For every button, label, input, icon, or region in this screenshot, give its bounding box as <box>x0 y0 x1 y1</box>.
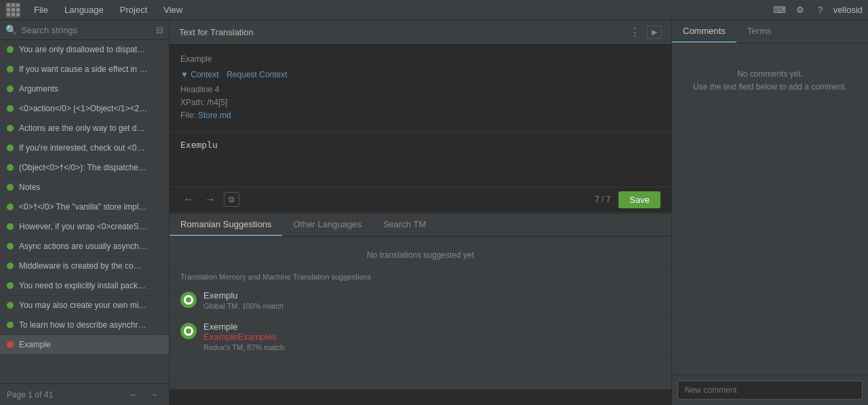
status-dot <box>7 263 14 269</box>
menu-view[interactable]: View <box>157 2 189 18</box>
list-item[interactable]: You are only disallowed to dispatch i... <box>0 40 169 60</box>
suggestion-tm-icon <box>180 292 197 308</box>
search-input[interactable] <box>21 25 152 35</box>
page-info: Page 1 of 41 <box>7 390 53 400</box>
tab-comments[interactable]: Comments <box>672 20 736 43</box>
sidebar-item-label: <0>action</0> (<1>Object</1><2>†</2><... <box>19 104 148 113</box>
center-header: Text for Translation ⋮ ▶ <box>170 20 671 45</box>
tm-header: Translation Memory and Machine Translati… <box>170 269 671 285</box>
sidebar-item-label: You may also create your own middl... <box>19 301 148 310</box>
username-label: vellosid <box>833 5 863 15</box>
prev-translation-button[interactable]: ← <box>180 192 197 207</box>
panel-title: Text for Translation <box>179 27 254 37</box>
search-icon: 🔍 <box>5 24 17 35</box>
suggestions-panel: Romanian Suggestions Other Languages Sea… <box>170 213 671 389</box>
status-dot <box>7 243 14 250</box>
settings-icon[interactable]: ⚙ <box>793 3 808 18</box>
keyboard-icon[interactable]: ⌨ <box>772 3 787 18</box>
translation-area: Example ▼ Context Request Context Headli… <box>170 45 671 405</box>
sidebar-item-label: Notes <box>19 182 40 192</box>
status-dot <box>7 223 14 230</box>
sidebar-item-label: If you want cause a side effect in r... <box>19 64 148 74</box>
list-item[interactable]: Async actions are usually asynchron... <box>0 237 169 256</box>
suggestion-item[interactable]: Exemplu Global TM, 100% match <box>170 285 671 316</box>
suggestion-item[interactable]: Exemple ExampleExamples Redux's TM, 87% … <box>170 316 671 358</box>
sidebar-item-label: Example <box>19 340 51 349</box>
list-item[interactable]: Notes <box>0 178 169 197</box>
new-comment-input[interactable] <box>677 381 863 400</box>
status-dot <box>7 125 14 132</box>
suggestion-diff: ExampleExamples <box>203 332 660 342</box>
list-item[interactable]: If you want cause a side effect in r... <box>0 60 169 79</box>
collapse-button[interactable]: ▶ <box>647 26 662 39</box>
right-panel: Comments Terms No comments yet. Use the … <box>671 20 868 405</box>
no-suggestions-text: No translations suggested yet <box>170 242 671 269</box>
request-context-link[interactable]: Request Context <box>226 70 287 79</box>
status-dot <box>7 144 14 151</box>
list-item[interactable]: You may also create your own middl... <box>0 296 169 315</box>
list-item[interactable]: <0>†</0> The "vanilla" store implem... <box>0 197 169 217</box>
save-button[interactable]: Save <box>618 191 660 208</box>
menu-language[interactable]: Language <box>58 2 111 18</box>
tab-romanian-suggestions[interactable]: Romanian Suggestions <box>170 214 282 236</box>
list-item-active[interactable]: Example <box>0 335 169 355</box>
list-item[interactable]: Arguments <box>0 79 169 99</box>
suggestion-body: Exemplu Global TM, 100% match <box>203 290 660 310</box>
status-dot <box>7 85 14 92</box>
list-item[interactable]: To learn how to describe asynchron... <box>0 315 169 335</box>
next-page-button[interactable]: → <box>145 388 162 401</box>
source-label: Example <box>180 54 660 64</box>
tab-terms[interactable]: Terms <box>736 20 782 43</box>
sidebar-item-label: If you're interested, check out <0>Fl... <box>19 143 148 153</box>
more-options-button[interactable]: ⋮ <box>627 24 643 40</box>
context-details: Headline 4 XPath: /h4[5] File: Store.md <box>180 83 660 123</box>
right-footer <box>672 374 868 405</box>
sidebar-footer: Page 1 of 41 ← → <box>0 383 169 405</box>
suggestion-meta: Global TM, 100% match <box>203 302 660 310</box>
status-dot <box>7 184 14 191</box>
sidebar-item-label: <0>†</0> The "vanilla" store implem... <box>19 202 148 212</box>
target-section[interactable]: Exemplu <box>170 133 671 187</box>
list-item[interactable]: Actions are the only way to get data ... <box>0 119 169 138</box>
source-section: Example ▼ Context Request Context Headli… <box>170 45 671 133</box>
suggestion-text: Exemplu <box>203 290 660 301</box>
list-item[interactable]: Middleware is created by the comm... <box>0 256 169 276</box>
file-link[interactable]: Store.md <box>198 111 231 120</box>
suggestions-tabs: Romanian Suggestions Other Languages Sea… <box>170 214 671 237</box>
tab-search-tm[interactable]: Search TM <box>372 214 437 236</box>
status-dot <box>7 204 14 210</box>
suggestion-redux-icon <box>180 323 197 339</box>
status-dot <box>7 282 14 289</box>
next-translation-button[interactable]: → <box>202 192 218 207</box>
context-headline: Headline 4 <box>180 83 660 96</box>
app-icon[interactable] <box>5 3 20 18</box>
list-item[interactable]: If you're interested, check out <0>Fl... <box>0 138 169 158</box>
right-tabs: Comments Terms <box>672 20 868 43</box>
list-item[interactable]: <0>action</0> (<1>Object</1><2>†</2><... <box>0 99 169 119</box>
suggestion-meta: Redux's TM, 87% match <box>203 343 660 351</box>
sidebar-item-label: However, if you wrap <0>createStor... <box>19 222 148 231</box>
translation-toolbar: ← → ⧉ 7 / 7 Save <box>170 187 671 213</box>
list-item[interactable]: However, if you wrap <0>createStor... <box>0 217 169 237</box>
list-item[interactable]: You need to explicitly install packag... <box>0 276 169 296</box>
prev-page-button[interactable]: ← <box>125 388 142 401</box>
list-item[interactable]: (Object<0>†</0>): The dispatched ac... <box>0 158 169 178</box>
menu-file[interactable]: File <box>27 2 55 18</box>
sidebar-item-label: You need to explicitly install packag... <box>19 281 148 290</box>
filter-icon[interactable]: ⊟ <box>156 25 163 35</box>
sidebar-search-bar[interactable]: 🔍 ⊟ <box>0 20 169 40</box>
status-dot <box>7 302 14 309</box>
help-icon[interactable]: ? <box>813 3 828 18</box>
status-dot <box>7 66 14 73</box>
sidebar-item-label: Async actions are usually asynchron... <box>19 242 148 251</box>
translation-input[interactable]: Exemplu <box>180 140 660 170</box>
suggestions-content: No translations suggested yet Translatio… <box>170 237 671 389</box>
copy-source-button[interactable]: ⧉ <box>224 192 239 207</box>
sidebar-item-label: To learn how to describe asynchron... <box>19 320 148 330</box>
menu-project[interactable]: Project <box>113 2 154 18</box>
suggestion-text: Exemple <box>203 322 660 332</box>
no-comments-text: No comments yet. Use the text field belo… <box>683 68 857 94</box>
tab-other-languages[interactable]: Other Languages <box>282 214 372 236</box>
sidebar-item-label: Actions are the only way to get data ... <box>19 123 148 133</box>
context-toggle[interactable]: ▼ Context <box>180 70 219 79</box>
